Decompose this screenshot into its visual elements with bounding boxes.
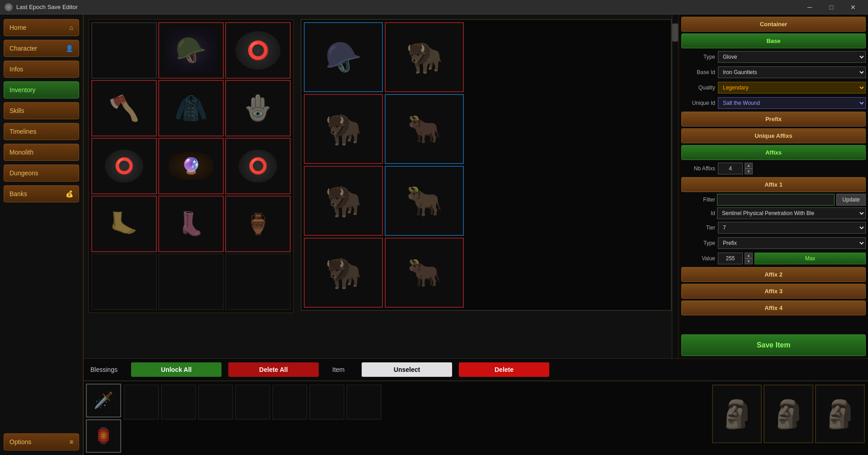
unique-id-select[interactable]: Salt the Wound (718, 97, 866, 109)
bottom-empty-2[interactable] (161, 385, 196, 420)
inv-slot-5-1[interactable] (91, 253, 157, 310)
blessing-item-2[interactable]: 🗿 (764, 385, 813, 443)
sidebar-item-home[interactable]: Home ⌂ (4, 19, 79, 36)
inv-slot-1-3[interactable]: ⭕ (225, 22, 291, 79)
inventory-grid: 🪖 ⭕ 🪓 🧥 🪬 (88, 19, 294, 313)
char-slot-gloves-selected[interactable]: 🐂 (385, 166, 464, 236)
save-item-button[interactable]: Save Item (681, 334, 866, 356)
sidebar: Home ⌂ Character 👤 Infos Inventory Skill… (0, 14, 84, 455)
sidebar-item-character[interactable]: Character 👤 (4, 40, 79, 57)
tier-label: Tier (681, 225, 715, 231)
skills-label: Skills (9, 107, 24, 114)
bottom-empty-3[interactable] (198, 385, 233, 420)
inv-slot-1-1[interactable] (91, 22, 157, 79)
char-slot-offhand[interactable]: 🐂 (385, 94, 464, 164)
sidebar-item-skills[interactable]: Skills (4, 102, 79, 119)
type-select[interactable]: Glove (718, 51, 866, 63)
sidebar-item-inventory[interactable]: Inventory (4, 81, 79, 99)
delete-item-button[interactable]: Delete (459, 362, 549, 377)
inv-slot-3-3[interactable]: ⭕ (225, 138, 291, 194)
bottom-slot-1[interactable]: 🗡️ (86, 384, 121, 417)
equipped-chest: 🦬 (311, 100, 376, 158)
bottom-empty-6[interactable] (309, 385, 344, 420)
bottom-empty-7[interactable] (346, 385, 382, 420)
tier-select[interactable]: 7 (718, 222, 866, 234)
inv-slot-4-3[interactable]: 🏺 (225, 196, 291, 252)
inv-slot-2-3[interactable]: 🪬 (225, 80, 291, 136)
nb-affixs-down[interactable]: ▼ (745, 169, 753, 174)
inv-slot-2-2[interactable]: 🧥 (158, 80, 224, 136)
blessing-item-1[interactable]: 🗿 (712, 385, 762, 443)
options-button[interactable]: Options ≡ (4, 433, 79, 450)
filter-input[interactable] (717, 194, 835, 206)
value-up[interactable]: ▲ (745, 253, 753, 258)
type2-label: Type (681, 240, 715, 246)
nb-affixs-up[interactable]: ▲ (745, 163, 753, 169)
sidebar-item-infos[interactable]: Infos (4, 61, 79, 78)
char-slot-helm[interactable]: 🪖 (304, 22, 383, 92)
minimize-button[interactable]: ─ (799, 0, 820, 14)
affix1-button[interactable]: Affix 1 (681, 177, 866, 192)
prefix-button[interactable]: Prefix (681, 112, 866, 127)
main-layout: Home ⌂ Character 👤 Infos Inventory Skill… (0, 14, 868, 455)
close-button[interactable]: ✕ (843, 0, 863, 14)
unique-affixes-button[interactable]: Unique Affixs (681, 128, 866, 143)
inv-slot-2-1[interactable]: 🪓 (91, 80, 157, 136)
unique-id-label: Unique Id (681, 100, 715, 106)
quality-select[interactable]: Legendary (718, 82, 866, 94)
char-slot-shoulders[interactable]: 🦬 (385, 22, 464, 92)
blessing-item-3[interactable]: 🗿 (815, 385, 865, 443)
inv-slot-3-2[interactable]: 🔮 (158, 138, 224, 194)
char-slot-belt[interactable]: 🦬 (304, 238, 383, 308)
max-button[interactable]: Max (755, 253, 866, 264)
timelines-label: Timelines (9, 128, 36, 135)
char-slot-boots[interactable]: 🐂 (385, 238, 464, 308)
inv-slot-3-1[interactable]: ⭕ (91, 138, 157, 194)
base-id-label: Base Id (681, 69, 715, 75)
affix4-button[interactable]: Affix 4 (681, 300, 866, 315)
nb-affixs-input[interactable] (718, 163, 743, 174)
unlock-all-button[interactable]: Unlock All (131, 362, 222, 377)
id-select[interactable]: Sentinel Physical Penetration With Ble (717, 207, 866, 219)
inv-slot-5-2[interactable] (158, 253, 224, 310)
quality-label: Quality (681, 84, 715, 91)
inv-slot-5-3[interactable] (225, 253, 291, 310)
bottom-empty-1[interactable] (124, 385, 159, 420)
bottom-empty-5[interactable] (272, 385, 307, 420)
sidebar-item-banks[interactable]: Banks 💰 (4, 185, 79, 202)
update-button[interactable]: Update (836, 194, 866, 206)
bottom-slot-2[interactable]: 🏮 (86, 419, 121, 453)
maximize-button[interactable]: □ (821, 0, 842, 14)
controls-bar: Blessings Unlock All Delete All Item Uns… (84, 358, 868, 380)
type-row: Type Glove (681, 50, 866, 64)
bottom-empty-4[interactable] (235, 385, 270, 420)
unique-id-row: Unique Id Salt the Wound (681, 96, 866, 110)
inv-slot-4-1[interactable]: 🦶 (91, 196, 157, 252)
char-slot-chest[interactable]: 🦬 (304, 94, 383, 164)
base-id-row: Base Id Iron Gauntlets (681, 66, 866, 79)
sidebar-item-dungeons[interactable]: Dungeons (4, 164, 79, 182)
nb-affixs-control: ▲ ▼ (718, 163, 753, 174)
affix3-button[interactable]: Affix 3 (681, 284, 866, 299)
affix2-button[interactable]: Affix 2 (681, 267, 866, 282)
sidebar-item-timelines[interactable]: Timelines (4, 123, 79, 140)
container-button[interactable]: Container (681, 17, 866, 32)
value-down[interactable]: ▼ (745, 258, 753, 264)
affixs-button[interactable]: Affixs (681, 145, 866, 160)
inv-slot-4-2[interactable]: 👢 (158, 196, 224, 252)
sidebar-item-monolith[interactable]: Monolith (4, 144, 79, 161)
delete-all-button[interactable]: Delete All (228, 362, 319, 377)
char-slot-gloves[interactable]: 🦬 (304, 166, 383, 236)
scrollbar-thumb[interactable] (672, 23, 678, 42)
inv-slot-1-2[interactable]: 🪖 (158, 22, 224, 79)
value-input[interactable] (718, 253, 743, 264)
type2-select[interactable]: Prefix (718, 237, 866, 249)
base-button[interactable]: Base (681, 33, 866, 48)
char-equip-grid: 🪖 🦬 🦬 🐂 🦬 (301, 19, 672, 311)
bottom-item-2: 🏮 (94, 427, 113, 445)
inventory-label: Inventory (9, 86, 36, 94)
main-scrollbar[interactable] (672, 14, 678, 358)
unselect-button[interactable]: Unselect (362, 362, 452, 377)
blessings-label: Blessings (90, 366, 124, 373)
base-id-select[interactable]: Iron Gauntlets (718, 66, 866, 78)
